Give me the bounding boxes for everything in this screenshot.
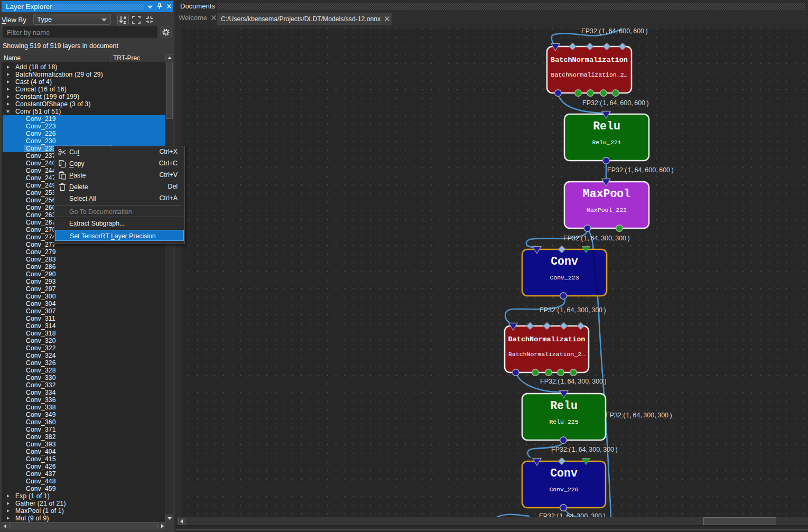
svg-text:BatchNormalization_2…: BatchNormalization_2…: [551, 71, 628, 78]
svg-text:MaxPool: MaxPool: [583, 188, 630, 200]
svg-text:Conv: Conv: [551, 255, 578, 268]
svg-text:FP32:( 1, 64, 600, 600 ): FP32:( 1, 64, 600, 600 ): [607, 166, 674, 174]
svg-text:BatchNormalization: BatchNormalization: [508, 335, 586, 343]
svg-text:Relu: Relu: [593, 120, 620, 133]
svg-text:FP32:( 1, 64, 300, 300 ): FP32:( 1, 64, 300, 300 ): [540, 378, 607, 385]
svg-text:Conv: Conv: [550, 467, 578, 480]
svg-text:BatchNormalization_2…: BatchNormalization_2…: [508, 351, 585, 358]
svg-text:Conv_226: Conv_226: [549, 486, 578, 493]
svg-text:Relu: Relu: [550, 399, 578, 412]
svg-text:FP32:( 1, 64, 300, 300 ): FP32:( 1, 64, 300, 300 ): [539, 512, 606, 518]
svg-text:Relu_225: Relu_225: [549, 418, 578, 425]
svg-text:MaxPool_222: MaxPool_222: [587, 207, 627, 213]
svg-text:FP32:( 1, 64, 600, 600 ): FP32:( 1, 64, 600, 600 ): [582, 99, 649, 107]
svg-text:Z: Z: [124, 20, 126, 25]
svg-text:FP32:( 1, 64, 600, 600 ): FP32:( 1, 64, 600, 600 ): [581, 29, 648, 35]
svg-text:FP32:( 1, 64, 300, 300 ): FP32:( 1, 64, 300, 300 ): [563, 235, 630, 242]
svg-text:FP32:( 1, 64, 300, 300 ): FP32:( 1, 64, 300, 300 ): [551, 446, 618, 453]
svg-text:Relu_221: Relu_221: [592, 139, 621, 146]
svg-text:Conv_223: Conv_223: [550, 274, 579, 281]
svg-text:BatchNormalization: BatchNormalization: [551, 56, 628, 64]
svg-text:FP32:( 1, 64, 300, 300 ): FP32:( 1, 64, 300, 300 ): [606, 412, 672, 419]
svg-text:FP32:( 1, 64, 300, 300 ): FP32:( 1, 64, 300, 300 ): [540, 306, 606, 314]
